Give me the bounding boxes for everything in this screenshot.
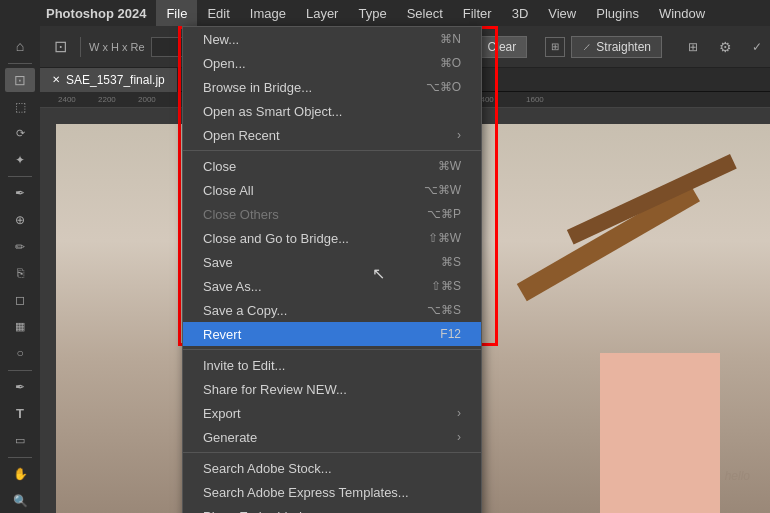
pink-rect — [600, 353, 720, 513]
tool-lasso[interactable]: ⟳ — [5, 121, 35, 146]
recent-arrow-icon: › — [457, 128, 461, 142]
svg-text:2400: 2400 — [58, 95, 76, 104]
tool-eyedropper[interactable]: ✒ — [5, 181, 35, 206]
straighten-button[interactable]: ⟋ Straighten — [571, 36, 662, 58]
menu-item-open[interactable]: Open... ⌘O — [183, 51, 481, 75]
menu-layer[interactable]: Layer — [296, 0, 349, 26]
tool-home[interactable]: ⌂ — [5, 34, 35, 59]
tool-zoom[interactable]: 🔍 — [5, 488, 35, 513]
tool-type[interactable]: T — [5, 401, 35, 426]
menu-item-smart[interactable]: Open as Smart Object... — [183, 99, 481, 123]
menu-file[interactable]: File — [156, 0, 197, 26]
menubar-left: Photoshop 2024 File Edit Image Layer Typ… — [0, 0, 715, 26]
tool-brush[interactable]: ✏ — [5, 234, 35, 259]
clear-button[interactable]: Clear — [477, 36, 528, 58]
straighten-icon: ⟋ — [582, 41, 592, 52]
tool-shape[interactable]: ▭ — [5, 428, 35, 453]
menu-item-browse[interactable]: Browse in Bridge... ⌥⌘O — [183, 75, 481, 99]
svg-text:2200: 2200 — [98, 95, 116, 104]
menu-item-closebridge[interactable]: Close and Go to Bridge... ⇧⌘W — [183, 226, 481, 250]
menubar: Photoshop 2024 File Edit Image Layer Typ… — [0, 0, 770, 26]
tool-eraser[interactable]: ◻ — [5, 288, 35, 313]
menu-item-revert[interactable]: Revert F12 — [183, 322, 481, 346]
svg-text:1600: 1600 — [526, 95, 544, 104]
file-menu-dropdown: New... ⌘N Open... ⌘O Browse in Bridge...… — [182, 26, 482, 513]
dropdown-separator-1 — [183, 150, 481, 151]
tool-gradient[interactable]: ▦ — [5, 314, 35, 339]
tool-separator-2 — [8, 176, 32, 177]
menu-view[interactable]: View — [538, 0, 586, 26]
menu-item-close[interactable]: Close ⌘W — [183, 154, 481, 178]
menu-item-express[interactable]: Search Adobe Express Templates... — [183, 480, 481, 504]
tool-healing[interactable]: ⊕ — [5, 208, 35, 233]
menu-image[interactable]: Image — [240, 0, 296, 26]
dropdown-separator-3 — [183, 452, 481, 453]
menu-item-share[interactable]: Share for Review NEW... — [183, 377, 481, 401]
generate-arrow-icon: › — [457, 430, 461, 444]
menu-select[interactable]: Select — [397, 0, 453, 26]
menu-item-save[interactable]: Save ⌘S — [183, 250, 481, 274]
tab-close-icon[interactable]: ✕ — [52, 74, 60, 85]
tool-separator-4 — [8, 457, 32, 458]
menu-item-saveas[interactable]: Save As... ⇧⌘S — [183, 274, 481, 298]
app-name: Photoshop 2024 — [36, 6, 156, 21]
menu-item-new[interactable]: New... ⌘N — [183, 27, 481, 51]
toolbar-ruler-icon[interactable]: ⊞ — [545, 37, 565, 57]
tab-filename: SAE_1537_final.jp — [66, 73, 165, 87]
menu-3d[interactable]: 3D — [502, 0, 539, 26]
menu-item-savecopy[interactable]: Save a Copy... ⌥⌘S — [183, 298, 481, 322]
left-panel: ⌂ ⊡ ⬚ ⟳ ✦ ✒ ⊕ ✏ ⎘ ◻ ▦ ○ ✒ T ▭ ✋ 🔍 — [0, 26, 40, 513]
menu-item-generate[interactable]: Generate › — [183, 425, 481, 449]
menu-plugins[interactable]: Plugins — [586, 0, 649, 26]
wooden-beam — [517, 184, 700, 301]
dropdown-separator-2 — [183, 349, 481, 350]
menu-item-closeothers[interactable]: Close Others ⌥⌘P — [183, 202, 481, 226]
menu-item-export[interactable]: Export › — [183, 401, 481, 425]
apple-logo-icon[interactable] — [0, 0, 36, 26]
menu-window[interactable]: Window — [649, 0, 715, 26]
tool-separator — [8, 63, 32, 64]
toolbar-grid-icon[interactable]: ⊞ — [680, 34, 706, 60]
export-arrow-icon: › — [457, 406, 461, 420]
menu-item-invite[interactable]: Invite to Edit... — [183, 353, 481, 377]
svg-text:2000: 2000 — [138, 95, 156, 104]
tool-clone[interactable]: ⎘ — [5, 261, 35, 286]
tool-marquee[interactable]: ⬚ — [5, 94, 35, 119]
wooden-beam-2 — [567, 154, 737, 245]
tool-pen[interactable]: ✒ — [5, 375, 35, 400]
menu-item-stock[interactable]: Search Adobe Stock... — [183, 456, 481, 480]
menu-filter[interactable]: Filter — [453, 0, 502, 26]
tool-dodge[interactable]: ○ — [5, 341, 35, 366]
tool-wand[interactable]: ✦ — [5, 148, 35, 173]
menu-item-closeall[interactable]: Close All ⌥⌘W — [183, 178, 481, 202]
menu-item-place-embedded[interactable]: Place Embedded... — [183, 504, 481, 513]
menu-item-recent[interactable]: Open Recent › — [183, 123, 481, 147]
toolbar-divider-1 — [80, 37, 81, 57]
tool-separator-3 — [8, 370, 32, 371]
toolbar-checkbox-icon[interactable]: ✓ — [744, 34, 770, 60]
toolbar-crop-icon[interactable]: ⊡ — [48, 35, 72, 59]
tool-crop[interactable]: ⊡ — [5, 68, 35, 93]
menu-type[interactable]: Type — [348, 0, 396, 26]
tab-main[interactable]: ✕ SAE_1537_final.jp — [40, 68, 178, 92]
menu-edit[interactable]: Edit — [197, 0, 239, 26]
toolbar-settings-icon[interactable]: ⚙ — [712, 34, 738, 60]
toolbar-crop-label: W x H x Re — [89, 41, 145, 53]
tool-hand[interactable]: ✋ — [5, 462, 35, 487]
watermark-text: hello — [725, 469, 750, 483]
